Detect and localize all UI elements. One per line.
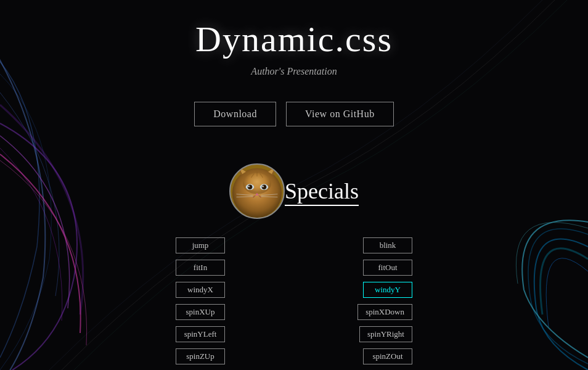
anim-row-0: jumpblink xyxy=(176,237,412,253)
page-title: Dynamic.css xyxy=(195,18,393,60)
anim-row-5: spinZUpspinZOut xyxy=(176,348,412,364)
anim-btn-blink[interactable]: blink xyxy=(363,237,412,253)
anim-btn-spinXDown[interactable]: spinXDown xyxy=(357,304,412,320)
github-button[interactable]: View on GitHub xyxy=(286,102,394,126)
animation-grid: jumpblinkfitInfitOutwindyXwindyYspinXUps… xyxy=(0,237,588,370)
anim-btn-spinYRight[interactable]: spinYRight xyxy=(359,326,412,342)
anim-btn-windyX[interactable]: windyX xyxy=(176,282,225,298)
anim-btn-spinZOut[interactable]: spinZOut xyxy=(363,348,412,364)
anim-row-3: spinXUpspinXDown xyxy=(176,304,412,320)
anim-btn-fitOut[interactable]: fitOut xyxy=(363,260,412,276)
specials-title: Specials xyxy=(285,178,359,204)
page-subtitle: Author's Presentation xyxy=(251,66,337,77)
svg-point-11 xyxy=(248,186,250,187)
anim-row-1: fitInfitOut xyxy=(176,260,412,276)
anim-btn-spinZUp[interactable]: spinZUp xyxy=(176,348,225,364)
anim-row-4: spinYLeftspinYRight xyxy=(176,326,412,342)
download-button[interactable]: Download xyxy=(194,102,276,126)
cat-avatar xyxy=(229,163,285,219)
anim-btn-fitIn[interactable]: fitIn xyxy=(176,260,225,276)
anim-btn-spinXUp[interactable]: spinXUp xyxy=(176,304,225,320)
anim-btn-jump[interactable]: jump xyxy=(176,237,225,253)
svg-point-12 xyxy=(262,186,264,187)
anim-btn-spinYLeft[interactable]: spinYLeft xyxy=(176,326,225,342)
action-buttons: Download View on GitHub xyxy=(194,102,393,126)
anim-row-2: windyXwindyY xyxy=(176,282,412,298)
specials-header: Specials xyxy=(229,163,359,219)
anim-btn-windyY[interactable]: windyY xyxy=(363,282,412,298)
